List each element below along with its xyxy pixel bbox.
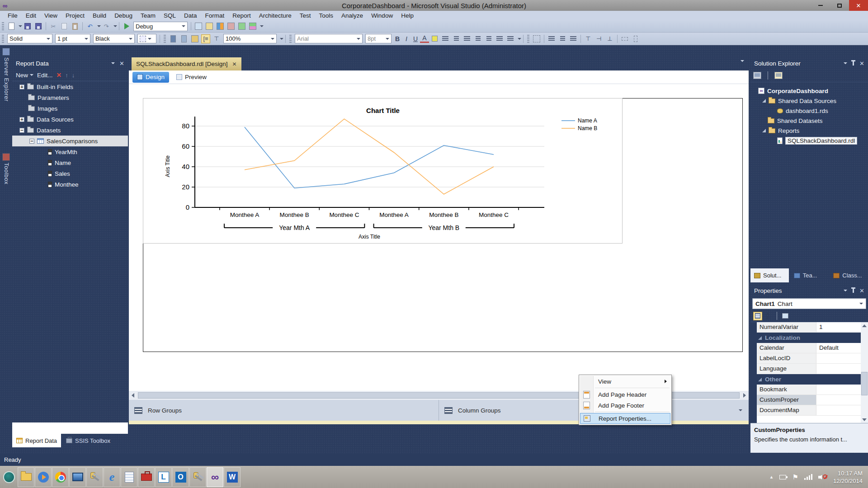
menu-item-file[interactable]: File: [4, 11, 22, 20]
menu-item-format[interactable]: Format: [201, 11, 228, 20]
deploy-icon[interactable]: [237, 22, 246, 31]
new-item-icon[interactable]: [7, 22, 16, 31]
report-chart[interactable]: Chart Title020406080Axis TitleMonthee AM…: [143, 98, 623, 244]
property-category-other[interactable]: Other: [750, 374, 868, 385]
clock[interactable]: 10:17 AM 12/20/2014: [833, 469, 863, 485]
expression-icon[interactable]: [≡: [201, 34, 210, 43]
numbered-list-button[interactable]: [473, 34, 482, 43]
tree-item-datasets[interactable]: −Datasets: [12, 125, 128, 136]
tree-expander-icon[interactable]: −: [19, 128, 24, 133]
property-row-documentmap[interactable]: DocumentMap: [757, 405, 868, 416]
power-icon[interactable]: [779, 475, 786, 479]
close-panel-icon[interactable]: ✕: [859, 287, 864, 294]
toolbar-overflow-icon[interactable]: [518, 38, 521, 40]
snap-to-grid-icon[interactable]: [532, 34, 541, 43]
toolbox-vertical-tab[interactable]: Toolbox: [0, 151, 12, 184]
tree-expander-icon[interactable]: −: [29, 139, 34, 144]
close-panel-icon[interactable]: ✕: [119, 60, 124, 67]
move-down-button[interactable]: ↓: [72, 72, 75, 79]
alphabetical-sort-icon[interactable]: AZ↓: [764, 312, 773, 320]
solution-item-dashboard1-rds[interactable]: dashboard1.rds: [750, 106, 868, 116]
toolbar-grip[interactable]: [2, 22, 4, 30]
action-center-icon[interactable]: ⚑: [792, 473, 798, 481]
redo-icon[interactable]: ↷: [102, 22, 111, 31]
taskbar-sql-server-tools-icon[interactable]: [86, 467, 103, 487]
align-center-button[interactable]: [452, 34, 461, 43]
property-pages-icon[interactable]: [781, 312, 790, 320]
panel-tab-class[interactable]: Class...: [830, 268, 868, 282]
solution-item-shared-data-sources[interactable]: Shared Data Sources: [750, 96, 868, 106]
border-color-combo[interactable]: Black: [93, 34, 135, 43]
align-middles-icon[interactable]: ⊣: [594, 34, 604, 43]
object-selector-combo[interactable]: Chart1 Chart: [752, 298, 866, 309]
maximize-button[interactable]: [830, 0, 849, 11]
make-same-height-icon[interactable]: [631, 34, 640, 43]
taskbar-lync-icon[interactable]: L: [155, 467, 172, 487]
layout-report-icon[interactable]: [169, 34, 178, 43]
properties-header[interactable]: Properties ✕: [750, 285, 868, 296]
tree-expander-icon[interactable]: +: [19, 84, 24, 89]
align-centers-icon[interactable]: [558, 34, 567, 43]
category-expanded-icon[interactable]: [758, 378, 762, 381]
scroll-up-icon[interactable]: [861, 322, 868, 329]
report-chart-icon[interactable]: [216, 22, 225, 31]
document-tab[interactable]: SQLShackDashboard.rdl [Design] ✕: [132, 57, 241, 70]
bottom-tab-report-data[interactable]: Report Data: [12, 434, 61, 447]
close-button[interactable]: ✕: [849, 0, 868, 11]
taskbar-visual-studio-icon[interactable]: ∞: [207, 467, 223, 487]
tab-preview[interactable]: Preview: [172, 72, 211, 83]
context-menu-item-add-page-header[interactable]: Add Page Header: [580, 389, 670, 400]
taskbar-sql-server-config-icon[interactable]: [189, 467, 206, 487]
menu-item-debug[interactable]: Debug: [110, 11, 137, 20]
properties-scrollbar[interactable]: [861, 322, 868, 423]
menu-item-tools[interactable]: Tools: [315, 11, 338, 20]
ruler-icon[interactable]: ⊤: [212, 34, 221, 43]
undo-caret-icon[interactable]: [97, 25, 101, 27]
menu-item-test[interactable]: Test: [296, 11, 315, 20]
pin-icon[interactable]: [853, 61, 854, 66]
border-style-combo[interactable]: Solid: [7, 34, 52, 43]
scroll-down-icon[interactable]: [861, 416, 868, 423]
align-right-button[interactable]: [462, 34, 472, 43]
toolbar-overflow-icon[interactable]: [260, 25, 264, 27]
network-icon[interactable]: [804, 474, 812, 480]
document-list-dropdown-icon[interactable]: [739, 62, 744, 70]
menu-item-view[interactable]: View: [40, 11, 61, 20]
tree-expander-icon[interactable]: +: [19, 117, 24, 122]
zoom-combo[interactable]: 100%: [223, 34, 277, 43]
edit-button[interactable]: Edit...: [37, 72, 53, 79]
start-debug-icon[interactable]: [122, 22, 131, 31]
menu-item-data[interactable]: Data: [180, 11, 201, 20]
font-family-combo[interactable]: Arial: [295, 34, 363, 43]
menu-item-architecture[interactable]: Architecture: [255, 11, 296, 20]
undo-icon[interactable]: ↶: [85, 22, 94, 31]
tree-item-parameters[interactable]: Parameters: [12, 92, 128, 103]
tree-item-yearmth[interactable]: YearMth: [12, 146, 128, 157]
tree-item-built-in-fields[interactable]: +Built-in Fields: [12, 81, 128, 92]
volume-muted-icon[interactable]: [818, 474, 827, 481]
context-menu-item-report-properties[interactable]: Report Properties...: [580, 413, 670, 424]
save-icon[interactable]: [23, 22, 32, 31]
italic-button[interactable]: I: [402, 35, 411, 42]
window-position-icon[interactable]: [844, 290, 847, 291]
make-same-width-icon[interactable]: [620, 34, 629, 43]
bold-button[interactable]: B: [393, 35, 402, 42]
grouping-options-icon[interactable]: [739, 409, 742, 411]
toolbar-grip[interactable]: [164, 35, 166, 43]
new-item-caret-icon[interactable]: [19, 25, 22, 27]
menu-item-window[interactable]: Window: [367, 11, 397, 20]
taskbar-remote-desktop-icon[interactable]: [69, 467, 86, 487]
property-row-language[interactable]: Language: [757, 364, 868, 374]
tree-item-data-sources[interactable]: +Data Sources: [12, 114, 128, 125]
toolbar-overflow-icon[interactable]: [280, 38, 283, 40]
font-color-button[interactable]: A: [420, 34, 429, 43]
menu-item-report[interactable]: Report: [228, 11, 255, 20]
property-row-numeralvariar[interactable]: NumeralVariar1: [757, 322, 868, 333]
category-expanded-icon[interactable]: [758, 336, 762, 340]
close-panel-icon[interactable]: ✕: [859, 60, 864, 67]
window-position-icon[interactable]: [844, 62, 847, 64]
header-icon[interactable]: [190, 34, 199, 43]
tab-design[interactable]: Design: [132, 72, 169, 83]
tree-item-name[interactable]: Name: [12, 157, 128, 168]
property-row-customproper[interactable]: CustomProper: [757, 395, 868, 405]
